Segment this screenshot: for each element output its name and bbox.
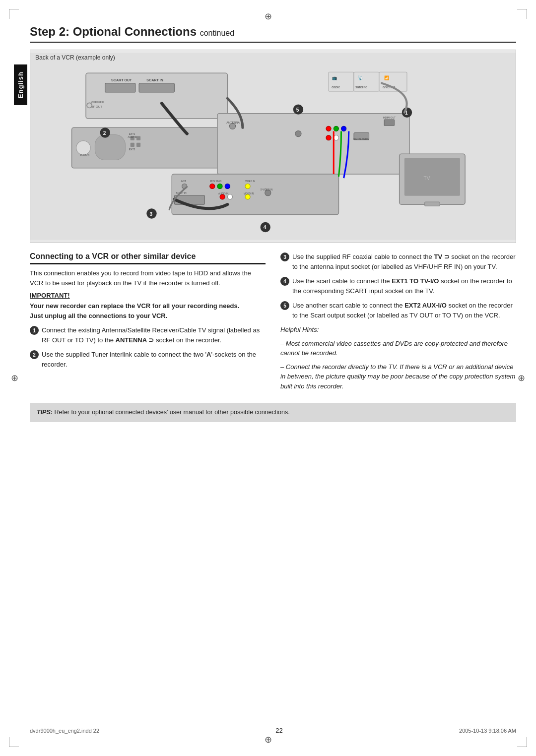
svg-text:MAINS: MAINS bbox=[80, 153, 89, 157]
page-content: Step 2: Optional Connections continued B… bbox=[30, 20, 516, 736]
right-steps-list: 3 Use the supplied RF coaxial cable to c… bbox=[280, 252, 516, 320]
svg-rect-52 bbox=[404, 158, 460, 195]
body-text: This connection enables you to record fr… bbox=[30, 268, 266, 288]
important-text-1: Your new recorder can replace the VCR fo… bbox=[30, 301, 266, 320]
svg-text:EXT1: EXT1 bbox=[129, 132, 135, 135]
svg-text:EXT2: EXT2 bbox=[129, 148, 135, 151]
svg-text:5: 5 bbox=[296, 107, 299, 113]
hint-2: – Connect the recorder directly to the T… bbox=[280, 362, 516, 391]
english-tab: English bbox=[14, 64, 27, 105]
svg-text:ANT: ANT bbox=[181, 180, 186, 183]
section-heading-text: Connecting to a VCR or other similar dev… bbox=[30, 252, 196, 260]
corner-mark-br bbox=[517, 737, 527, 747]
svg-point-38 bbox=[225, 184, 230, 189]
left-column: Connecting to a VCR or other similar dev… bbox=[30, 252, 266, 395]
svg-text:DIGITAL AUDIO: DIGITAL AUDIO bbox=[353, 138, 369, 140]
svg-rect-20 bbox=[217, 114, 409, 174]
page-number: 22 bbox=[275, 727, 282, 734]
svg-text:cable: cable bbox=[332, 85, 340, 89]
svg-point-40 bbox=[245, 184, 250, 189]
svg-rect-5 bbox=[139, 83, 174, 92]
svg-rect-18 bbox=[136, 143, 140, 147]
important-label: IMPORTANT! bbox=[30, 292, 266, 299]
diagram-svg: SCART OUT SCART IN VHF/UHF RF OUT MAINS … bbox=[30, 50, 516, 243]
svg-text:VIDEO IN: VIDEO IN bbox=[245, 180, 255, 183]
svg-text:📶: 📶 bbox=[384, 75, 390, 81]
svg-text:SCART OUT: SCART OUT bbox=[111, 78, 132, 82]
corner-mark-tr bbox=[517, 9, 527, 19]
svg-point-25 bbox=[326, 126, 331, 131]
svg-text:VHF/UHF: VHF/UHF bbox=[91, 100, 104, 104]
svg-text:SCART IN: SCART IN bbox=[146, 78, 163, 82]
svg-text:ANTENNA: ANTENNA bbox=[226, 121, 240, 124]
step-4-text: Use the scart cable to connect the EXT1 … bbox=[292, 276, 516, 296]
title-continued: continued bbox=[200, 29, 234, 37]
svg-text:AUDIO IN: AUDIO IN bbox=[218, 192, 228, 195]
title-text: Step 2: Optional Connections bbox=[30, 25, 197, 38]
svg-point-26 bbox=[334, 126, 338, 131]
left-step-2: 2 Use the supplied Tuner interlink cable… bbox=[30, 350, 266, 369]
hints-label: Helpful Hints: bbox=[280, 325, 516, 335]
svg-point-32 bbox=[295, 130, 301, 136]
svg-point-28 bbox=[326, 135, 331, 140]
svg-text:TV: TV bbox=[424, 176, 430, 181]
step-num-1: 1 bbox=[30, 326, 39, 335]
section-heading: Connecting to a VCR or other similar dev… bbox=[30, 252, 266, 264]
page-footer: dvdr9000h_eu_eng2.indd 22 22 2005-10-13 … bbox=[30, 727, 516, 734]
tips-box: TIPS: Refer to your optional connected d… bbox=[30, 403, 516, 422]
svg-rect-12 bbox=[95, 135, 125, 160]
corner-mark-tl bbox=[9, 9, 19, 19]
svg-point-44 bbox=[220, 194, 225, 199]
svg-text:3: 3 bbox=[149, 211, 152, 217]
right-column: 3 Use the supplied RF coaxial cable to c… bbox=[280, 252, 516, 395]
step-1-text: Connect the existing Antenna/Satellite R… bbox=[42, 325, 266, 345]
step-3-text: Use the supplied RF coaxial cable to con… bbox=[292, 252, 516, 271]
svg-point-27 bbox=[341, 126, 346, 131]
page-title: Step 2: Optional Connections continued bbox=[30, 25, 516, 43]
svg-point-47 bbox=[245, 194, 250, 199]
hint-1: – Most commercial video cassettes and DV… bbox=[280, 339, 516, 358]
corner-mark-bl bbox=[9, 737, 19, 747]
step-num-3: 3 bbox=[280, 252, 289, 261]
svg-rect-23 bbox=[384, 120, 394, 126]
right-step-4: 4 Use the scart cable to connect the EXT… bbox=[280, 276, 516, 296]
svg-rect-54 bbox=[425, 202, 440, 206]
svg-text:PbY2  PbY3: PbY2 PbY3 bbox=[210, 180, 222, 183]
svg-point-36 bbox=[210, 184, 215, 189]
step-5-text: Use another scart cable to connect the E… bbox=[292, 301, 516, 320]
step-num-2: 2 bbox=[30, 350, 39, 359]
svg-text:RF OUT: RF OUT bbox=[91, 105, 102, 108]
right-step-5: 5 Use another scart cable to connect the… bbox=[280, 301, 516, 320]
reg-dot-right: ⊕ bbox=[518, 373, 525, 383]
svg-point-10 bbox=[76, 141, 91, 155]
svg-rect-4 bbox=[105, 83, 135, 92]
svg-text:VIDEO IN: VIDEO IN bbox=[244, 192, 254, 195]
svg-point-45 bbox=[227, 194, 232, 199]
two-col-layout: Connecting to a VCR or other similar dev… bbox=[30, 252, 516, 395]
svg-text:2: 2 bbox=[103, 130, 106, 136]
left-steps-list: 1 Connect the existing Antenna/Satellite… bbox=[30, 325, 266, 369]
diagram-box: Back of a VCR (example only) SCART OUT S… bbox=[30, 50, 516, 243]
right-step-3: 3 Use the supplied RF coaxial cable to c… bbox=[280, 252, 516, 271]
footer-right: 2005-10-13 9:18:06 AM bbox=[459, 728, 516, 734]
svg-text:📡: 📡 bbox=[358, 75, 363, 81]
step-num-4: 4 bbox=[280, 277, 289, 286]
svg-text:AUD/VID: AUD/VID bbox=[128, 136, 137, 138]
svg-text:📺: 📺 bbox=[332, 75, 337, 81]
svg-rect-17 bbox=[131, 143, 134, 147]
diagram-label: Back of a VCR (example only) bbox=[35, 54, 115, 61]
reg-dot-left: ⊕ bbox=[11, 373, 18, 383]
step-num-5: 5 bbox=[280, 301, 289, 310]
step-2-text: Use the supplied Tuner interlink cable t… bbox=[42, 350, 266, 369]
svg-text:4: 4 bbox=[264, 225, 267, 230]
svg-point-37 bbox=[217, 184, 222, 189]
svg-text:S-VIDEO IN: S-VIDEO IN bbox=[261, 189, 273, 191]
footer-left: dvdr9000h_eu_eng2.indd 22 bbox=[30, 728, 99, 734]
svg-text:HDMI OUT: HDMI OUT bbox=[383, 116, 396, 119]
left-step-1: 1 Connect the existing Antenna/Satellite… bbox=[30, 325, 266, 345]
tips-label: TIPS: bbox=[37, 409, 53, 416]
svg-text:satellite: satellite bbox=[355, 85, 367, 89]
tips-text: Refer to your optional connected devices… bbox=[54, 409, 289, 416]
